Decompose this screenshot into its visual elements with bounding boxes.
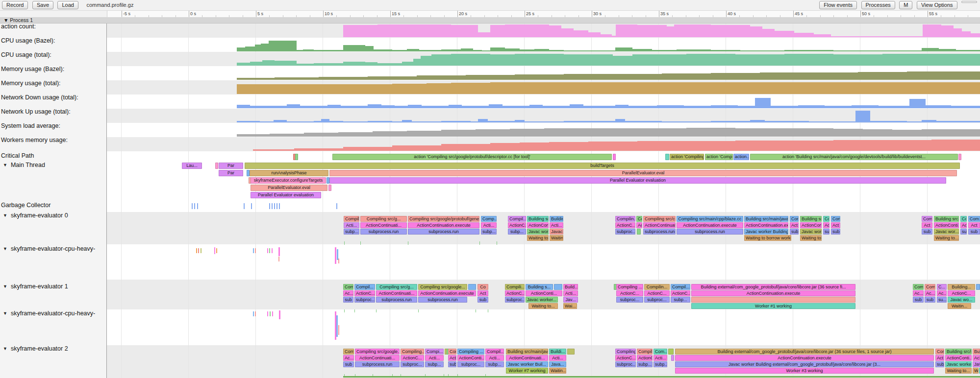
counter-chart-memory-usage-total[interactable] (107, 80, 980, 94)
slice-skyframe-evaluator-2[interactable]: Acti... (425, 355, 444, 361)
slice-skyframe-evaluator-2[interactable]: subp... (485, 361, 504, 367)
slice-skyframe-evaluator-0[interactable]: Building src... (527, 216, 549, 222)
slice-skyframe-evaluator-0[interactable]: sub (922, 229, 932, 235)
slice-skyframe-evaluator-2[interactable]: Compil... (485, 349, 504, 354)
slice-skyframe-evaluator-2[interactable]: Building external/com_google_protobuf/ja… (675, 349, 934, 354)
slice-skyframe-evaluator-1[interactable]: subproc... (505, 297, 525, 303)
slice-skyframe-evaluator-1[interactable]: Compiling src/g... (376, 284, 417, 290)
slice-skyframe-evaluator-1[interactable]: Compil... (354, 284, 375, 290)
slice-skyframe-evaluator-0[interactable]: Act (922, 222, 932, 228)
collapse-arrow-icon[interactable]: ▼ (3, 213, 7, 218)
slice-skyframe-evaluator-2[interactable]: ActionC... (637, 355, 653, 361)
cpu-heavy-1-event-tick[interactable] (253, 311, 254, 316)
slice-skyframe-evaluator-0[interactable]: Act (823, 222, 829, 228)
slice-skyframe-evaluator-2[interactable]: Acti... (549, 355, 566, 361)
slice-skyframe-evaluator-1[interactable]: Compilin... (644, 284, 670, 290)
slice-skyframe-evaluator-0[interactable]: sub (790, 229, 799, 235)
cpu-heavy-0-event-tick[interactable] (214, 247, 215, 254)
cpu-heavy-0-event-tick[interactable] (216, 248, 217, 253)
slice-skyframe-evaluator-2[interactable]: sub (448, 361, 456, 367)
gc-event-tick[interactable] (274, 203, 275, 209)
cpu-heavy-0-event-tick[interactable] (278, 247, 280, 256)
slice-skyframe-evaluator-1[interactable]: Worker #1 working (691, 303, 855, 309)
slice-skyframe-evaluator-0[interactable]: Waitin... (550, 235, 563, 241)
track-group-label[interactable]: ▼skyframe-evaluator-cpu-heavy- (3, 310, 95, 317)
slice-skyframe-evaluator-0[interactable]: subproc... (615, 229, 635, 235)
slice-skyframe-evaluator-0[interactable]: Waiting to... (527, 235, 549, 241)
slice-main-thread[interactable]: Par (219, 170, 243, 176)
processes-button[interactable]: Processes (861, 1, 895, 9)
slice-skyframe-evaluator-0[interactable]: Javac wor... (800, 229, 822, 235)
slice-skyframe-evaluator-2[interactable]: Waitin... (549, 368, 566, 374)
collapse-arrow-icon[interactable]: ▼ (3, 163, 7, 167)
slice-skyframe-evaluator-0[interactable]: Com (968, 216, 980, 222)
slice-skyframe-evaluator-0[interactable]: Co (960, 216, 967, 222)
track-group-label[interactable]: ▼skyframe-evaluator 2 (3, 345, 68, 352)
cpu-heavy-0-event-tick[interactable] (272, 248, 273, 253)
collapse-arrow-icon[interactable]: ▼ (3, 284, 7, 289)
slice-skyframe-evaluator-2[interactable]: Buildi... (549, 349, 566, 354)
slice-skyframe-evaluator-2[interactable]: Worker #3 working (675, 368, 934, 374)
slice-skyframe-evaluator-0[interactable]: ActionContinuation.execute (744, 222, 788, 228)
track-group-label[interactable]: ▼Main Thread (3, 162, 45, 168)
slice-skyframe-evaluator-2[interactable]: ActionContinuation.execute (675, 355, 934, 361)
save-button[interactable]: Save (32, 1, 53, 9)
view-options-button[interactable]: View Options (917, 1, 957, 9)
slice-skyframe-evaluator-1[interactable]: Compili... (505, 284, 525, 290)
slice-critical-path[interactable]: action 'Compiling src/google/protobuf/de… (332, 154, 612, 160)
counter-chart-cpu-usage-bazel[interactable] (107, 38, 980, 52)
slice-skyframe-evaluator-0[interactable]: sub (823, 229, 829, 235)
slice-skyframe-evaluator-2[interactable] (671, 355, 674, 361)
slice-skyframe-evaluator-0[interactable]: subprocess.run (360, 229, 407, 235)
slice-skyframe-evaluator-1[interactable]: Co (477, 284, 488, 290)
slice-skyframe-evaluator-2[interactable]: Javac worker Building external/com_googl… (675, 361, 934, 367)
collapse-arrow-icon[interactable]: ▼ (3, 246, 7, 251)
counter-chart-network-down-usage[interactable] (107, 94, 980, 109)
slice-skyframe-evaluator-0[interactable]: ActionContinuati... (643, 222, 676, 228)
slice-main-thread[interactable]: Parallel Evaluator evaluation (329, 177, 946, 184)
slice-skyframe-evaluator-2[interactable]: Act (448, 355, 456, 361)
slice-critical-path[interactable]: action 'Compiling... (670, 154, 704, 160)
slice-skyframe-evaluator-0[interactable]: Acti... (550, 222, 563, 228)
slice-skyframe-evaluator-2[interactable]: Compiling ... (457, 349, 484, 354)
slice-skyframe-evaluator-0[interactable]: Building src/main/java/com/go... (744, 216, 788, 222)
cpu-heavy-0-event-tick[interactable] (196, 248, 197, 253)
slice-skyframe-evaluator-0[interactable] (637, 229, 641, 235)
slice-skyframe-evaluator-1[interactable]: ActionC... (671, 290, 690, 296)
slice-skyframe-evaluator-1[interactable]: sub (343, 297, 353, 303)
slice-skyframe-evaluator-0[interactable]: Javac... (550, 229, 563, 235)
slice-skyframe-evaluator-2[interactable]: subp... (637, 361, 653, 367)
track-group-label[interactable]: ▼skyframe-evaluator-cpu-heavy- (3, 245, 95, 252)
slice-skyframe-evaluator-2[interactable]: Compiling... (401, 349, 424, 354)
slice-skyframe-evaluator-1[interactable]: Act (477, 290, 488, 296)
slice-skyframe-evaluator-0[interactable]: Com (922, 216, 932, 222)
cpu-heavy-1-event-tick[interactable] (255, 311, 256, 316)
gc-event-tick[interactable] (197, 203, 198, 209)
counter-chart-memory-usage-bazel[interactable] (107, 66, 980, 80)
slice-skyframe-evaluator-2[interactable]: sub (343, 361, 354, 367)
slice-main-thread[interactable]: buildTargets (245, 163, 960, 169)
slice-skyframe-evaluator-1[interactable]: ActionC... (354, 290, 375, 296)
slice-skyframe-evaluator-1[interactable]: Com (925, 284, 935, 290)
slice-skyframe-evaluator-2[interactable]: sub (935, 361, 944, 367)
slice-skyframe-evaluator-1[interactable]: Compiling ... (616, 284, 643, 290)
slice-skyframe-evaluator-0[interactable]: subprocess.run (677, 229, 743, 235)
slice-skyframe-evaluator-1[interactable]: ActionConti... (526, 290, 562, 296)
slice-skyframe-evaluator-0[interactable]: ActionC... (508, 222, 526, 228)
extra-button[interactable] (961, 1, 977, 3)
track-group-label[interactable]: ▼skyframe-evaluator 0 (3, 212, 68, 219)
slice-skyframe-evaluator-0[interactable]: sub (831, 229, 840, 235)
slice-skyframe-evaluator-1[interactable]: ActionContinuati... (376, 290, 417, 296)
slice-main-thread[interactable]: runAnalysisPhase (250, 170, 328, 176)
slice-critical-path[interactable]: action 'Building src/main/java/com/googl… (750, 154, 958, 160)
slice-skyframe-evaluator-1[interactable]: Building s... (526, 284, 553, 290)
slice-skyframe-evaluator-2[interactable]: subproc... (615, 361, 636, 367)
slice-skyframe-evaluator-1[interactable]: Waitin... (948, 303, 971, 309)
slice-skyframe-evaluator-1[interactable]: Compil... (671, 284, 690, 290)
cpu-heavy-0-event-tick[interactable] (269, 248, 270, 253)
slice-skyframe-evaluator-0[interactable]: Acti... (481, 222, 497, 228)
cpu-heavy-0-event-tick[interactable] (338, 259, 339, 263)
slice-skyframe-evaluator-0[interactable]: Compil... (508, 216, 526, 222)
slice-skyframe-evaluator-2[interactable]: Java... (549, 361, 566, 367)
slice-skyframe-evaluator-0[interactable]: Building src... (800, 216, 822, 222)
